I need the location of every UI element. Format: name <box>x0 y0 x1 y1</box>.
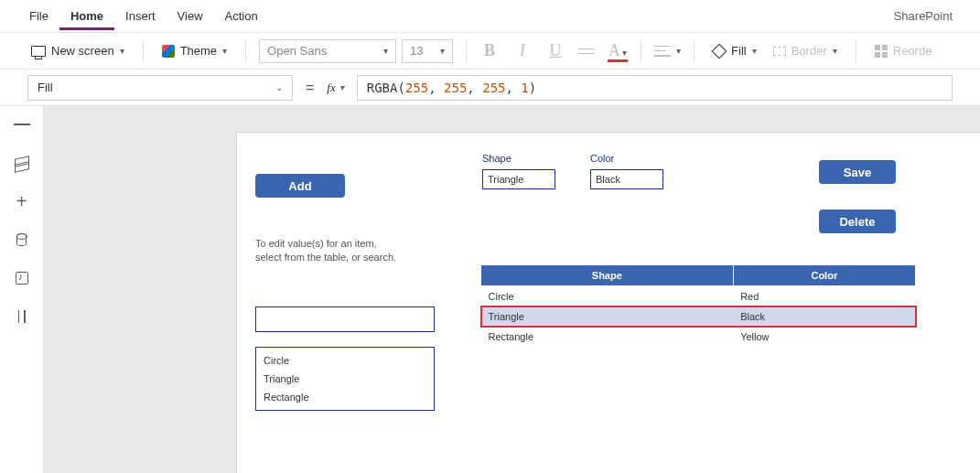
border-button[interactable]: Border ▾ <box>768 40 843 61</box>
cell-color: Yellow <box>733 327 915 347</box>
menu-bar: File Home Insert View Action SharePoint <box>0 0 980 33</box>
shape-field-label: Shape <box>482 153 555 164</box>
chevron-down-icon: ▾ <box>383 46 388 56</box>
reorder-button[interactable]: Reorde <box>869 40 938 61</box>
color-field-group: Color <box>590 153 663 189</box>
italic-button[interactable]: I <box>512 41 533 60</box>
equals-label: = <box>306 80 314 96</box>
fx-button[interactable]: fx ▾ <box>327 81 343 95</box>
insert-icon[interactable]: + <box>14 194 30 209</box>
save-button[interactable]: Save <box>819 160 896 184</box>
reorder-icon <box>875 45 888 58</box>
property-value: Fill <box>38 81 53 94</box>
font-family-select[interactable]: Open Sans ▾ <box>259 39 396 63</box>
data-icon[interactable] <box>14 232 30 247</box>
shape-field-group: Shape <box>482 153 555 189</box>
table-row[interactable]: Circle Red <box>481 286 916 307</box>
separator <box>143 40 144 62</box>
align-button[interactable] <box>654 46 671 57</box>
formula-fn: RGBA <box>367 81 398 95</box>
property-select[interactable]: Fill ⌄ <box>27 75 293 101</box>
border-icon <box>773 47 786 56</box>
font-family-value: Open Sans <box>267 44 327 58</box>
strikethrough-button[interactable] <box>578 46 595 57</box>
theme-icon <box>162 45 175 58</box>
add-button[interactable]: Add <box>255 174 345 198</box>
screen-icon <box>31 46 46 57</box>
hint-text: To edit value(s) for an item, select fro… <box>255 237 402 265</box>
separator <box>856 40 856 62</box>
table-row-selected[interactable]: Triangle Black <box>481 306 916 327</box>
cell-color: Black <box>733 306 915 327</box>
menu-action[interactable]: Action <box>214 2 269 30</box>
separator <box>466 40 467 62</box>
cell-shape: Circle <box>481 286 734 307</box>
formula-input[interactable]: RGBA(255, 255, 255, 1) <box>357 75 953 101</box>
canvas-area[interactable]: Add Save Delete Shape Color To edit valu… <box>44 106 980 473</box>
fill-icon <box>713 45 726 58</box>
brand-label: SharePoint <box>894 9 962 23</box>
table-row[interactable]: Rectangle Yellow <box>481 327 916 347</box>
shape-input[interactable] <box>482 169 555 189</box>
table-header-shape[interactable]: Shape <box>481 265 734 286</box>
menu-home[interactable]: Home <box>59 2 114 30</box>
chevron-down-icon: ▾ <box>676 46 681 56</box>
color-field-label: Color <box>590 153 663 164</box>
underline-button[interactable]: U <box>545 41 565 60</box>
data-table[interactable]: Shape Color Circle Red Triangle Black Re… <box>480 264 916 347</box>
chevron-down-icon: ▾ <box>622 48 627 58</box>
left-rail: + <box>0 106 44 473</box>
font-size-value: 13 <box>410 44 423 58</box>
fx-label: fx <box>327 81 335 95</box>
list-item[interactable]: Circle <box>256 351 434 370</box>
color-input[interactable] <box>590 169 663 189</box>
hamburger-icon[interactable] <box>14 117 30 132</box>
formula-bar: Fill ⌄ = fx ▾ RGBA(255, 255, 255, 1) <box>0 70 980 106</box>
list-item[interactable]: Triangle <box>256 370 434 388</box>
separator <box>641 40 641 62</box>
tree-view-icon[interactable] <box>14 156 30 170</box>
border-label: Border <box>792 44 827 58</box>
ribbon: New screen ▾ Theme ▾ Open Sans ▾ 13 ▾ B … <box>0 33 980 70</box>
app-canvas[interactable]: Add Save Delete Shape Color To edit valu… <box>236 132 980 473</box>
fill-button[interactable]: Fill ▾ <box>707 40 762 61</box>
cell-shape: Triangle <box>481 306 734 327</box>
chevron-down-icon: ⌄ <box>275 82 283 92</box>
menu-insert[interactable]: Insert <box>114 2 167 30</box>
table-header-color[interactable]: Color <box>733 265 915 286</box>
font-color-button[interactable]: A▾ <box>608 41 628 60</box>
new-screen-label: New screen <box>51 44 114 58</box>
font-size-select[interactable]: 13 ▾ <box>402 39 453 63</box>
advanced-tools-icon[interactable] <box>14 309 30 324</box>
search-input[interactable] <box>255 306 435 332</box>
cell-color: Red <box>733 286 915 307</box>
workspace: + Add Save Delete Shape Color To edit va… <box>0 106 980 473</box>
media-icon[interactable] <box>14 271 30 285</box>
theme-label: Theme <box>180 44 217 58</box>
chevron-down-icon: ▾ <box>120 46 124 56</box>
list-item[interactable]: Rectangle <box>256 388 434 406</box>
menu-file[interactable]: File <box>18 2 59 30</box>
theme-button[interactable]: Theme ▾ <box>156 40 232 61</box>
new-screen-button[interactable]: New screen ▾ <box>26 40 130 61</box>
reorder-label: Reorde <box>893 44 932 58</box>
separator <box>245 40 246 62</box>
chevron-down-icon: ▾ <box>752 46 757 56</box>
chevron-down-icon: ▾ <box>440 46 445 56</box>
chevron-down-icon: ▾ <box>833 46 837 56</box>
chevron-down-icon: ▾ <box>222 46 227 56</box>
chevron-down-icon: ▾ <box>339 82 344 92</box>
bold-button[interactable]: B <box>479 41 500 60</box>
fill-label: Fill <box>731 44 747 58</box>
cell-shape: Rectangle <box>481 327 734 347</box>
separator <box>694 40 695 62</box>
gallery-list[interactable]: Circle Triangle Rectangle <box>255 347 435 411</box>
menu-view[interactable]: View <box>167 2 214 30</box>
delete-button[interactable]: Delete <box>819 210 896 233</box>
